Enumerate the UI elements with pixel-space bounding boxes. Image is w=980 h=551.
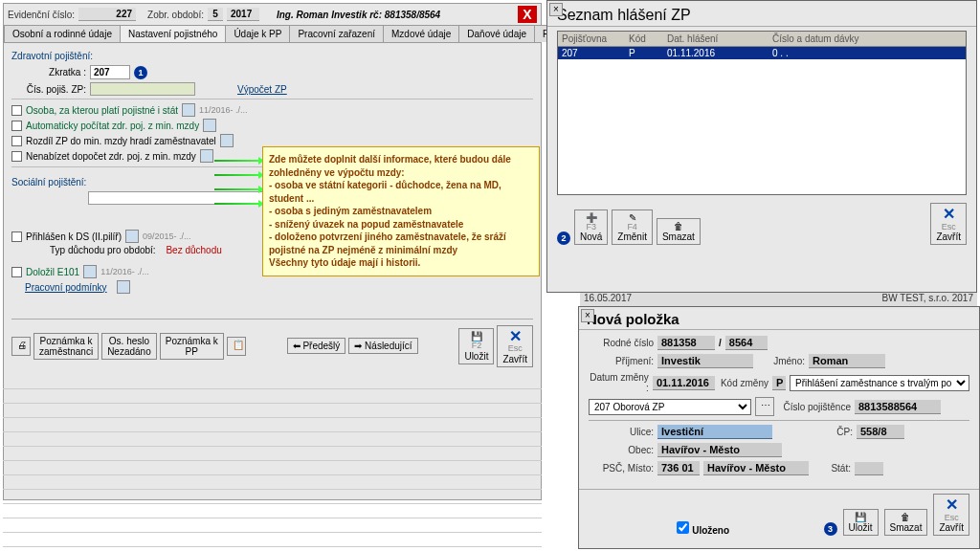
edit-button[interactable]: ✎F4Změnit [612,209,653,246]
new-button[interactable]: ➕F3Nová [574,209,608,246]
stat-label: Stát: [813,463,851,474]
status-firm: BW TEST, s.r.o. 2017 [882,293,973,306]
next-button[interactable]: ➡ Následující [348,338,417,354]
list-row[interactable]: 207 P 01.11.2016 0 . . [558,47,966,59]
zkratka-value[interactable]: 207 [90,65,130,79]
period-month[interactable]: 5 [208,8,223,21]
list-icon[interactable]: 📋 [227,337,246,356]
psc-label: PSČ, Místo: [589,463,654,474]
tab-personal[interactable]: Osobní a rodinné údaje [4,25,121,42]
prev-button[interactable]: ⬅ Předešlý [287,338,346,354]
status-bar: 16.05.2017 BW TEST, s.r.o. 2017 [580,293,977,306]
cp-label: Číslo pojištěnce [778,402,851,412]
arrow-2 [214,174,262,176]
chk-4[interactable] [11,151,22,162]
tab-pp[interactable]: Údaje k PP [225,25,290,42]
history-icon[interactable] [203,119,216,132]
history-icon[interactable] [220,134,234,147]
datum-label: Datum změny : [589,372,649,393]
history-icon[interactable] [117,280,130,294]
lookup-icon[interactable]: ⋯ [755,397,774,416]
zp-select[interactable]: 207 Oborová ZP [589,399,751,415]
rb-buttons: Uloženo 3 💾Uložit 🗑Smazat ✕EscZavřít [579,489,979,540]
ulozeno-check[interactable] [677,521,689,534]
list-header: Pojišťovna Kód Dat. hlášení Číslo a datu… [558,32,966,47]
tip-l3: - osoba s jediným zaměstnavatelem [269,206,432,216]
col-kod: Kód [625,32,663,46]
zp-list-panel: × Seznam hlášení ZP Pojišťovna Kód Dat. … [546,0,977,293]
spreadsheet-bg [3,375,542,549]
tab-work[interactable]: Pracovní zařazení [289,25,384,42]
e101-date: 11/2016- ./... [100,267,149,276]
datum-value[interactable]: 01.11.2016 [653,376,715,390]
col-dat: Dat. hlášení [663,32,768,46]
prijmeni-label: Příjmení: [589,356,654,366]
kod-select[interactable]: Přihlášení zaměstnance s trvalým po [790,375,969,391]
cp-num-value[interactable]: 558/8 [857,425,904,439]
note-pp-button[interactable]: Poznámka k PP [160,333,224,360]
chk-e101[interactable] [11,267,22,277]
arrow-4 [214,203,262,205]
new-item-panel: × Nová položka Rodné číslo881358/8564 Př… [578,306,980,549]
history-icon[interactable] [182,103,195,117]
tab-tax[interactable]: Daňové údaje [458,25,535,42]
vypocet-link[interactable]: Výpočet ZP [237,84,287,95]
print-icon[interactable]: 🖨 [11,337,31,356]
jmeno-label: Jméno: [757,356,805,366]
podminky-link[interactable]: Pracovní podmínky [25,282,107,293]
password-button[interactable]: Os. heslo Nezadáno [101,333,157,360]
cis-input[interactable] [90,82,195,96]
chk-ds[interactable] [11,231,22,242]
typ-label: Typ důchodu pro období: [50,245,156,255]
history-icon[interactable] [83,265,97,278]
arrow-1 [214,160,262,162]
panel-close-icon[interactable]: × [549,3,563,16]
chk-4-label: Nenabízet dopočet zdr. poj. z min. mzdy [26,151,196,162]
rb-delete-button[interactable]: 🗑Smazat [884,509,928,536]
person-name: Ing. Roman Investik rč: 881358/8564 [277,10,440,20]
ulice-value[interactable]: Ivestiční [657,425,772,439]
tooltip: Zde můžete doplnit další informace, kter… [262,146,540,276]
note-emp-button[interactable]: Poznámka k zaměstnanci [33,333,99,360]
tip-l2: - osoba ve státní kategorii - důchodce, … [269,180,501,204]
cp-num-label: ČP: [776,427,853,437]
kod-value[interactable]: P [772,376,786,390]
chk-3[interactable] [11,136,22,146]
button-bar: 🖨 Poznámka k zaměstnanci Os. heslo Nezad… [11,319,533,367]
cp-value: 8813588564 [855,400,941,414]
chk-1-date: 11/2016- ./... [199,105,248,115]
misto-value[interactable]: Havířov - Město [703,461,809,475]
tab-wage[interactable]: Mzdové údaje [383,25,459,42]
badge-3: 3 [824,522,837,536]
tab-insurance[interactable]: Nastavení pojistného [120,25,226,42]
zp-listbox[interactable]: Pojišťovna Kód Dat. hlášení Číslo a datu… [557,31,967,195]
ds-label: Přihlášen k DS (II.pilíř) [26,231,122,242]
ds-date: 09/2015- ./... [143,231,191,241]
rb-save-button[interactable]: 💾Uložit [843,509,879,536]
close-icon[interactable]: X [518,6,537,23]
tabs: Osobní a rodinné údaje Nastavení pojistn… [4,25,541,43]
history-icon[interactable] [125,230,139,243]
rb-close-button[interactable]: ✕EscZavřít [933,494,969,536]
cis-label: Čís. pojiš. ZP: [11,84,86,95]
close-rt-button[interactable]: ✕EscZavřít [930,203,967,245]
stat-value[interactable] [855,462,883,475]
evid-label: Evidenční číslo: [8,10,75,20]
psc-value[interactable]: 736 01 [657,461,700,475]
rc1-value: 881358 [657,336,715,350]
close-button[interactable]: ✕EscZavřít [497,325,533,367]
chk-2[interactable] [11,121,22,131]
typ-value: Bez důchodu [166,245,221,255]
jmeno-value: Roman [809,354,885,368]
chk-1-label: Osoba, za kterou platí pojistné i stát [26,105,178,116]
period-year[interactable]: 2017 [227,8,259,21]
tip-l4: - snížený úvazek na popud zaměstnavatele [269,219,463,230]
rb-title: Nová položka [579,307,979,330]
obec-value[interactable]: Havířov - Město [657,443,782,457]
chk-1[interactable] [11,105,22,116]
history-icon[interactable] [200,149,213,163]
save-button[interactable]: 💾F2Uložit [458,328,494,364]
panel-close-icon[interactable]: × [581,309,594,322]
prijmeni-value: Investik [657,354,753,368]
delete-button[interactable]: 🗑Smazat [657,218,701,245]
